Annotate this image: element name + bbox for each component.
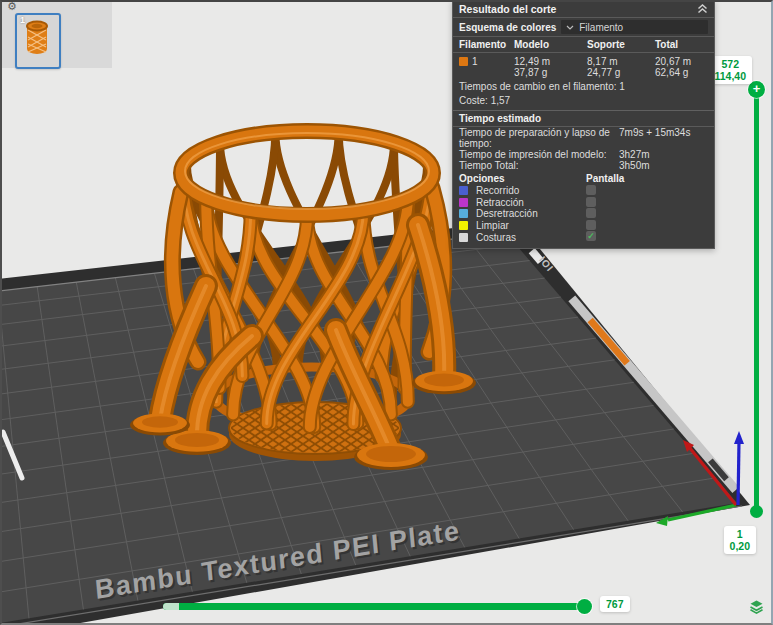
option-label: Desretracción <box>476 208 538 219</box>
filament-id: 1 <box>472 56 478 67</box>
options-header: Opciones Pantalla <box>453 171 714 185</box>
step-slider-handle[interactable] <box>577 599 592 614</box>
option-row-wipe: Limpiar <box>453 220 714 232</box>
option-checkbox[interactable] <box>586 185 596 195</box>
option-label: Recorrido <box>476 185 519 196</box>
filament-table-header: Filamento Modelo Soporte Total <box>453 37 714 53</box>
filament-color-swatch <box>459 57 468 66</box>
axis-z-blue <box>738 441 739 505</box>
color-scheme-value: Filamento <box>579 22 623 33</box>
step-slider-track[interactable] <box>163 603 586 610</box>
viewport-3d: IOI Bambu Textured PEI Plate Bambu Textu… <box>0 0 773 625</box>
option-color-swatch <box>459 233 468 242</box>
option-row-unretraction: Desretracción <box>453 208 714 220</box>
plate-settings-icon[interactable]: ⚙ <box>7 0 17 13</box>
color-scheme-select[interactable]: Filamento <box>561 20 708 34</box>
layer-slider-track[interactable] <box>754 88 759 512</box>
option-label: Retracción <box>476 197 524 208</box>
filament-changes-text: Tiempos de cambio en el filamento: 1 <box>453 80 714 94</box>
step-slider-value-label: 767 <box>600 596 630 612</box>
option-row-seams: Costuras ✓ <box>453 231 714 243</box>
step-slider-track-start <box>163 603 179 610</box>
slice-result-panel: Resultado del corte Esquema de colores F… <box>452 0 715 249</box>
layer-slider-bottom-handle[interactable] <box>750 505 763 518</box>
color-scheme-label: Esquema de colores <box>459 22 556 33</box>
time-row: Tiempo de preparación y lapso de tiempo:… <box>453 127 714 149</box>
cost-text: Coste: 1,57 <box>453 94 714 108</box>
time-row: Tiempo Total:3h50m <box>453 160 714 171</box>
layer-slider-bottom-label: 1 0,20 <box>724 526 756 554</box>
plate-thumbnail[interactable]: 1 <box>15 13 61 69</box>
estimated-time-title: Tiempo estimado <box>453 110 714 127</box>
option-checkbox[interactable] <box>586 197 596 207</box>
filament-table-row: 1 12,49 m37,87 g 8,17 m24,77 g 20,67 m62… <box>453 53 714 80</box>
option-color-swatch <box>459 198 468 207</box>
panel-collapse-icon[interactable] <box>697 4 708 14</box>
option-label: Costuras <box>476 232 516 243</box>
option-color-swatch <box>459 221 468 230</box>
layers-preview-icon[interactable] <box>749 599 764 614</box>
option-label: Limpiar <box>476 220 509 231</box>
chevron-down-icon <box>566 25 574 30</box>
option-checkbox[interactable]: ✓ <box>586 231 596 241</box>
time-row: Tiempo de impresión del modelo:3h27m <box>453 149 714 160</box>
plate-thumbnail-index: 1 <box>20 15 25 25</box>
option-row-retraction: Retracción <box>453 197 714 209</box>
option-checkbox[interactable] <box>586 220 596 230</box>
option-color-swatch <box>459 209 468 218</box>
option-color-swatch <box>459 186 468 195</box>
panel-title: Resultado del corte <box>459 3 556 15</box>
option-row-travel: Recorrido <box>453 185 714 197</box>
option-checkbox[interactable] <box>586 208 596 218</box>
